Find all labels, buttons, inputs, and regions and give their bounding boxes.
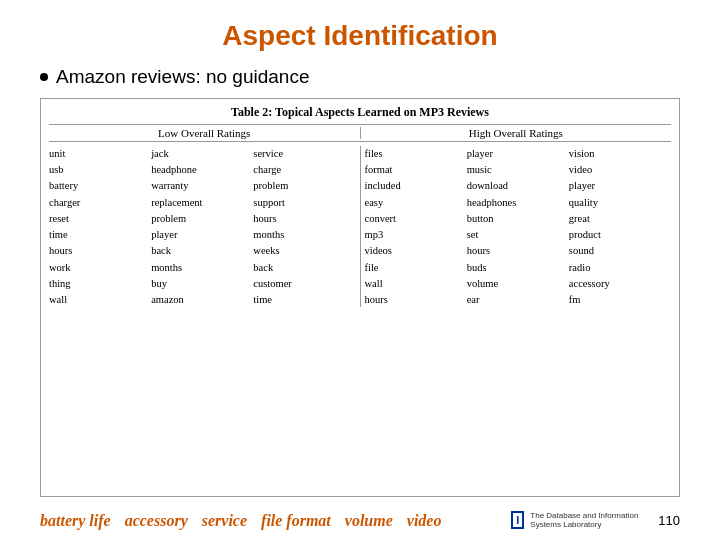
low-header: Low Overall Ratings: [49, 127, 360, 139]
table-title: Table 2: Topical Aspects Learned on MP3 …: [49, 105, 671, 120]
table-cell: convert: [365, 211, 467, 226]
table-cell: easy: [365, 195, 467, 210]
table-cell: unit: [49, 146, 151, 161]
table-cell: player: [467, 146, 569, 161]
bullet-text: Amazon reviews: no guidance: [56, 66, 309, 88]
table-cell: months: [151, 260, 253, 275]
table-divider: [360, 146, 361, 307]
table-cell: included: [365, 178, 467, 193]
table-container: Table 2: Topical Aspects Learned on MP3 …: [40, 98, 680, 497]
table-cell: accessory: [569, 276, 671, 291]
bottom-label: accessory: [125, 512, 188, 530]
table-cell: months: [253, 227, 355, 242]
table-cell: video: [569, 162, 671, 177]
page-title: Aspect Identification: [40, 20, 680, 52]
table-cell: vision: [569, 146, 671, 161]
bottom-row: battery lifeaccessoryservicefile formatv…: [40, 511, 680, 530]
table-cell: player: [569, 178, 671, 193]
table-cell: replacement: [151, 195, 253, 210]
table-cell: headphones: [467, 195, 569, 210]
table-cell: mp3: [365, 227, 467, 242]
table-cell: product: [569, 227, 671, 242]
low-col3: servicechargeproblemsupporthoursmonthswe…: [253, 146, 355, 307]
table-cell: warranty: [151, 178, 253, 193]
table-cell: battery: [49, 178, 151, 193]
table-cell: file: [365, 260, 467, 275]
low-col2: jackheadphonewarrantyreplacementproblemp…: [151, 146, 253, 307]
bottom-label: battery life: [40, 512, 111, 530]
table-cell: support: [253, 195, 355, 210]
low-half: unitusbbatterychargerresettimehoursworkt…: [49, 146, 356, 307]
bottom-label: service: [202, 512, 247, 530]
table-cell: radio: [569, 260, 671, 275]
table-cell: player: [151, 227, 253, 242]
table-cell: volume: [467, 276, 569, 291]
table-cell: hours: [365, 292, 467, 307]
table-cell: fm: [569, 292, 671, 307]
table-cell: download: [467, 178, 569, 193]
table-cell: quality: [569, 195, 671, 210]
bullet-point: Amazon reviews: no guidance: [40, 66, 680, 88]
table-cell: great: [569, 211, 671, 226]
bottom-label: video: [407, 512, 442, 530]
table-cell: set: [467, 227, 569, 242]
logo-text: The Database and Information Systems Lab…: [530, 511, 650, 530]
table-cell: music: [467, 162, 569, 177]
logo-area: I The Database and Information Systems L…: [511, 511, 650, 530]
high-col2: playermusicdownloadheadphonesbuttonsetho…: [467, 146, 569, 307]
table-cell: hours: [253, 211, 355, 226]
low-col1: unitusbbatterychargerresettimehoursworkt…: [49, 146, 151, 307]
high-col1: filesformatincludedeasyconvertmp3videosf…: [365, 146, 467, 307]
high-half: filesformatincludedeasyconvertmp3videosf…: [365, 146, 672, 307]
table-cell: customer: [253, 276, 355, 291]
bottom-right: I The Database and Information Systems L…: [511, 511, 680, 530]
table-cell: reset: [49, 211, 151, 226]
table-body: unitusbbatterychargerresettimehoursworkt…: [49, 146, 671, 307]
table-cell: time: [49, 227, 151, 242]
table-cell: videos: [365, 243, 467, 258]
table-cell: amazon: [151, 292, 253, 307]
table-cell: buy: [151, 276, 253, 291]
table-cell: problem: [253, 178, 355, 193]
table-cell: hours: [467, 243, 569, 258]
table-cell: usb: [49, 162, 151, 177]
table-cell: sound: [569, 243, 671, 258]
table-cell: wall: [49, 292, 151, 307]
table-cell: hours: [49, 243, 151, 258]
table-header-row: Low Overall Ratings High Overall Ratings: [49, 124, 671, 142]
bullet-dot: [40, 73, 48, 81]
table-cell: back: [253, 260, 355, 275]
table-cell: charger: [49, 195, 151, 210]
table-cell: work: [49, 260, 151, 275]
table-cell: service: [253, 146, 355, 161]
page-number: 110: [658, 513, 680, 528]
table-cell: wall: [365, 276, 467, 291]
high-header: High Overall Ratings: [361, 127, 672, 139]
logo-dais: I: [511, 511, 524, 529]
table-cell: problem: [151, 211, 253, 226]
table-cell: headphone: [151, 162, 253, 177]
bottom-labels: battery lifeaccessoryservicefile formatv…: [40, 512, 441, 530]
high-col3: visionvideoplayerqualitygreatproductsoun…: [569, 146, 671, 307]
table-cell: back: [151, 243, 253, 258]
table-cell: jack: [151, 146, 253, 161]
table-cell: thing: [49, 276, 151, 291]
bottom-label: file format: [261, 512, 331, 530]
page: Aspect Identification Amazon reviews: no…: [0, 0, 720, 540]
table-cell: files: [365, 146, 467, 161]
table-cell: weeks: [253, 243, 355, 258]
table-cell: ear: [467, 292, 569, 307]
bottom-label: volume: [345, 512, 393, 530]
table-cell: button: [467, 211, 569, 226]
table-cell: buds: [467, 260, 569, 275]
table-cell: format: [365, 162, 467, 177]
table-cell: time: [253, 292, 355, 307]
table-cell: charge: [253, 162, 355, 177]
